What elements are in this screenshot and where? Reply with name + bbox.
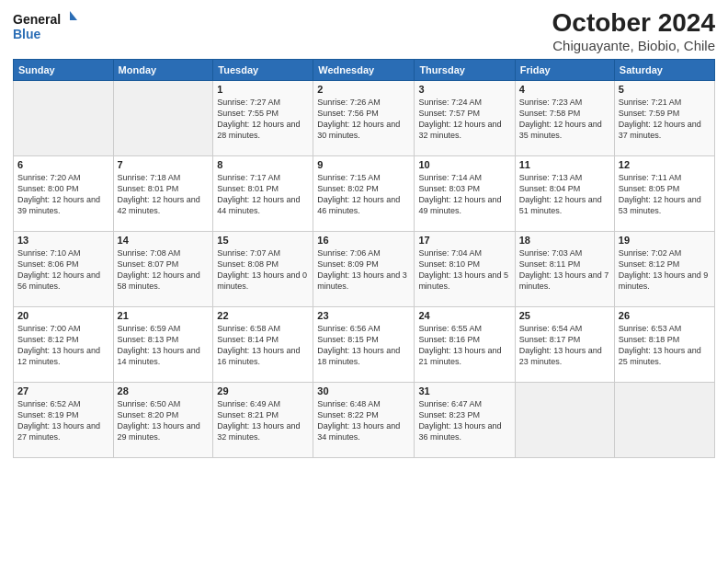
day-number: 7 xyxy=(118,159,210,170)
header-cell-monday: Monday xyxy=(113,59,213,80)
day-cell: 29 Sunrise: 6:49 AMSunset: 8:21 PMDaylig… xyxy=(213,382,313,457)
header-cell-wednesday: Wednesday xyxy=(313,59,415,80)
week-row-3: 13 Sunrise: 7:10 AMSunset: 8:06 PMDaylig… xyxy=(14,231,715,306)
week-row-1: 1 Sunrise: 7:27 AMSunset: 7:55 PMDayligh… xyxy=(14,80,715,155)
day-number: 26 xyxy=(619,310,711,321)
day-number: 20 xyxy=(17,310,109,321)
day-cell: 8 Sunrise: 7:17 AMSunset: 8:01 PMDayligh… xyxy=(213,155,313,231)
day-number: 5 xyxy=(619,84,711,95)
day-cell xyxy=(14,80,114,155)
day-info: Sunrise: 7:27 AMSunset: 7:55 PMDaylight:… xyxy=(217,97,309,142)
day-info: Sunrise: 7:00 AMSunset: 8:12 PMDaylight:… xyxy=(17,323,109,368)
day-cell: 15 Sunrise: 7:07 AMSunset: 8:08 PMDaylig… xyxy=(213,231,313,306)
day-number: 19 xyxy=(619,235,711,246)
svg-text:Blue: Blue xyxy=(13,27,41,41)
calendar-title: October 2024 xyxy=(552,9,715,38)
day-cell xyxy=(113,80,213,155)
day-info: Sunrise: 7:10 AMSunset: 8:06 PMDaylight:… xyxy=(17,247,109,293)
day-cell: 30 Sunrise: 6:48 AMSunset: 8:22 PMDaylig… xyxy=(313,382,415,457)
day-info: Sunrise: 7:21 AMSunset: 7:59 PMDaylight:… xyxy=(619,97,711,142)
day-number: 13 xyxy=(17,235,109,246)
day-number: 27 xyxy=(17,385,109,396)
day-number: 3 xyxy=(418,84,510,95)
day-info: Sunrise: 7:18 AMSunset: 8:01 PMDaylight:… xyxy=(118,172,210,217)
day-info: Sunrise: 6:56 AMSunset: 8:15 PMDaylight:… xyxy=(317,323,410,368)
day-number: 2 xyxy=(317,84,410,95)
day-number: 31 xyxy=(418,385,510,396)
day-cell: 24 Sunrise: 6:55 AMSunset: 8:16 PMDaylig… xyxy=(415,306,515,382)
day-number: 11 xyxy=(519,159,610,170)
day-number: 17 xyxy=(418,235,510,246)
day-info: Sunrise: 6:53 AMSunset: 8:18 PMDaylight:… xyxy=(619,323,711,368)
day-cell: 31 Sunrise: 6:47 AMSunset: 8:23 PMDaylig… xyxy=(415,382,515,457)
general-blue-logo: General Blue xyxy=(13,9,77,42)
day-info: Sunrise: 7:15 AMSunset: 8:02 PMDaylight:… xyxy=(317,172,410,217)
day-cell: 6 Sunrise: 7:20 AMSunset: 8:00 PMDayligh… xyxy=(14,155,114,231)
day-cell xyxy=(515,382,614,457)
day-info: Sunrise: 7:02 AMSunset: 8:12 PMDaylight:… xyxy=(619,247,711,293)
day-info: Sunrise: 7:23 AMSunset: 7:58 PMDaylight:… xyxy=(519,97,610,142)
title-block: October 2024 Chiguayante, Biobio, Chile xyxy=(552,9,715,53)
day-info: Sunrise: 6:48 AMSunset: 8:22 PMDaylight:… xyxy=(317,398,410,443)
day-cell: 3 Sunrise: 7:24 AMSunset: 7:57 PMDayligh… xyxy=(415,80,515,155)
day-info: Sunrise: 7:08 AMSunset: 8:07 PMDaylight:… xyxy=(118,247,210,293)
header-cell-sunday: Sunday xyxy=(14,59,114,80)
day-info: Sunrise: 7:14 AMSunset: 8:03 PMDaylight:… xyxy=(418,172,510,217)
day-number: 29 xyxy=(217,385,309,396)
day-cell: 13 Sunrise: 7:10 AMSunset: 8:06 PMDaylig… xyxy=(14,231,114,306)
svg-text:General: General xyxy=(13,12,61,27)
day-cell: 10 Sunrise: 7:14 AMSunset: 8:03 PMDaylig… xyxy=(415,155,515,231)
header-cell-saturday: Saturday xyxy=(614,59,714,80)
week-row-5: 27 Sunrise: 6:52 AMSunset: 8:19 PMDaylig… xyxy=(14,382,715,457)
day-number: 14 xyxy=(118,235,210,246)
header-cell-thursday: Thursday xyxy=(415,59,515,80)
day-number: 25 xyxy=(519,310,610,321)
day-number: 1 xyxy=(217,84,309,95)
day-cell: 17 Sunrise: 7:04 AMSunset: 8:10 PMDaylig… xyxy=(415,231,515,306)
svg-marker-2 xyxy=(70,11,77,20)
day-info: Sunrise: 7:24 AMSunset: 7:57 PMDaylight:… xyxy=(418,97,510,142)
day-info: Sunrise: 6:55 AMSunset: 8:16 PMDaylight:… xyxy=(418,323,510,368)
day-info: Sunrise: 6:52 AMSunset: 8:19 PMDaylight:… xyxy=(17,398,109,443)
day-info: Sunrise: 6:59 AMSunset: 8:13 PMDaylight:… xyxy=(118,323,210,368)
week-row-4: 20 Sunrise: 7:00 AMSunset: 8:12 PMDaylig… xyxy=(14,306,715,382)
day-number: 9 xyxy=(317,159,410,170)
day-number: 28 xyxy=(118,385,210,396)
day-info: Sunrise: 7:03 AMSunset: 8:11 PMDaylight:… xyxy=(519,247,610,293)
day-info: Sunrise: 7:17 AMSunset: 8:01 PMDaylight:… xyxy=(217,172,309,217)
day-cell: 7 Sunrise: 7:18 AMSunset: 8:01 PMDayligh… xyxy=(113,155,213,231)
calendar-body: 1 Sunrise: 7:27 AMSunset: 7:55 PMDayligh… xyxy=(14,80,715,457)
day-cell: 11 Sunrise: 7:13 AMSunset: 8:04 PMDaylig… xyxy=(515,155,614,231)
header: General Blue October 2024 Chiguayante, B… xyxy=(13,9,715,53)
day-number: 16 xyxy=(317,235,410,246)
calendar-header: SundayMondayTuesdayWednesdayThursdayFrid… xyxy=(14,59,715,80)
day-cell xyxy=(614,382,714,457)
day-cell: 26 Sunrise: 6:53 AMSunset: 8:18 PMDaylig… xyxy=(614,306,714,382)
day-cell: 25 Sunrise: 6:54 AMSunset: 8:17 PMDaylig… xyxy=(515,306,614,382)
day-info: Sunrise: 6:49 AMSunset: 8:21 PMDaylight:… xyxy=(217,398,309,443)
day-cell: 4 Sunrise: 7:23 AMSunset: 7:58 PMDayligh… xyxy=(515,80,614,155)
day-info: Sunrise: 6:58 AMSunset: 8:14 PMDaylight:… xyxy=(217,323,309,368)
day-number: 21 xyxy=(118,310,210,321)
day-info: Sunrise: 7:13 AMSunset: 8:04 PMDaylight:… xyxy=(519,172,610,217)
day-number: 6 xyxy=(17,159,109,170)
day-info: Sunrise: 7:07 AMSunset: 8:08 PMDaylight:… xyxy=(217,247,309,293)
day-info: Sunrise: 6:47 AMSunset: 8:23 PMDaylight:… xyxy=(418,398,510,443)
day-info: Sunrise: 6:50 AMSunset: 8:20 PMDaylight:… xyxy=(118,398,210,443)
day-cell: 18 Sunrise: 7:03 AMSunset: 8:11 PMDaylig… xyxy=(515,231,614,306)
day-cell: 28 Sunrise: 6:50 AMSunset: 8:20 PMDaylig… xyxy=(113,382,213,457)
day-cell: 2 Sunrise: 7:26 AMSunset: 7:56 PMDayligh… xyxy=(313,80,415,155)
day-cell: 21 Sunrise: 6:59 AMSunset: 8:13 PMDaylig… xyxy=(113,306,213,382)
day-info: Sunrise: 7:06 AMSunset: 8:09 PMDaylight:… xyxy=(317,247,410,293)
calendar-subtitle: Chiguayante, Biobio, Chile xyxy=(552,38,715,53)
day-cell: 1 Sunrise: 7:27 AMSunset: 7:55 PMDayligh… xyxy=(213,80,313,155)
day-number: 4 xyxy=(519,84,610,95)
header-row: SundayMondayTuesdayWednesdayThursdayFrid… xyxy=(14,59,715,80)
day-cell: 5 Sunrise: 7:21 AMSunset: 7:59 PMDayligh… xyxy=(614,80,714,155)
logo: General Blue xyxy=(13,9,77,42)
day-number: 23 xyxy=(317,310,410,321)
header-cell-friday: Friday xyxy=(515,59,614,80)
day-number: 24 xyxy=(418,310,510,321)
day-number: 8 xyxy=(217,159,309,170)
day-cell: 16 Sunrise: 7:06 AMSunset: 8:09 PMDaylig… xyxy=(313,231,415,306)
